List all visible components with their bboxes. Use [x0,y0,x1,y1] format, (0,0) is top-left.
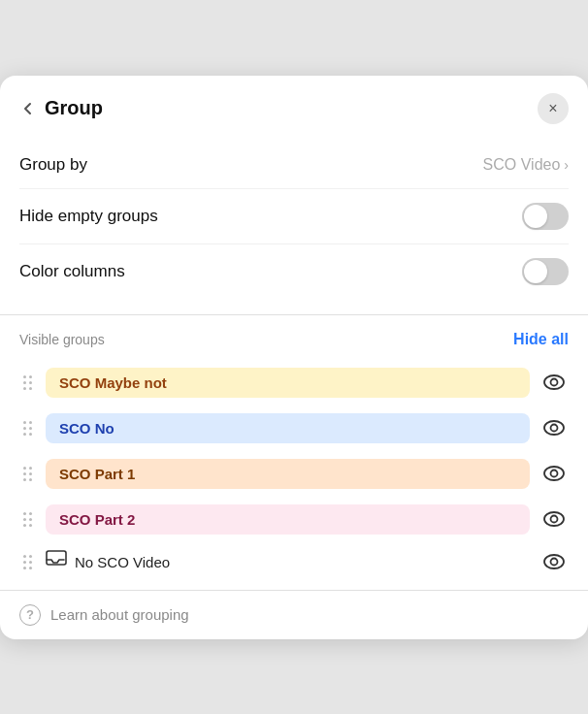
group-by-label: Group by [19,155,87,175]
group-label-no-video: No SCO Video [46,550,530,574]
visible-groups-label: Visible groups [19,332,105,347]
group-panel: Group × Group by SCO Video › Hide empty … [0,76,588,639]
svg-point-9 [544,555,564,568]
list-item: SCO No [19,406,569,451]
hide-all-button[interactable]: Hide all [513,331,569,348]
list-item: SCO Maybe not [19,360,569,406]
group-by-value[interactable]: SCO Video › [483,156,569,174]
visibility-toggle-part2[interactable] [539,507,569,531]
visibility-toggle-no[interactable] [539,416,569,439]
settings-section: Group by SCO Video › Hide empty groups C… [0,138,588,314]
color-columns-row: Color columns [19,243,569,299]
eye-icon [543,466,565,481]
svg-point-7 [551,516,558,523]
visible-groups-section: Visible groups Hide all SCO Maybe not [0,315,588,590]
drag-handle[interactable] [19,553,36,571]
hide-empty-row: Hide empty groups [19,188,569,243]
close-icon: × [548,100,557,117]
eye-icon [543,511,565,527]
group-badge-part2: SCO Part 2 [46,504,530,535]
group-badge-maybe-not: SCO Maybe not [46,368,530,398]
eye-icon [543,374,565,390]
svg-point-3 [551,425,558,432]
panel-footer: ? Learn about grouping [0,590,588,639]
list-item: SCO Part 2 [19,497,569,542]
group-badge-part1: SCO Part 1 [46,459,530,489]
svg-point-2 [544,421,564,435]
inbox-icon [46,550,67,574]
visibility-toggle-part1[interactable] [539,462,569,485]
drag-handle[interactable] [19,465,36,483]
panel-header: Group × [0,76,588,138]
svg-point-6 [544,512,564,526]
learn-grouping-link[interactable]: Learn about grouping [50,606,189,623]
eye-icon [543,420,565,436]
panel-title: Group [45,97,538,119]
svg-point-0 [544,375,564,389]
close-button[interactable]: × [538,93,569,124]
visibility-toggle-maybe-not[interactable] [539,371,569,394]
list-item: SCO Part 1 [19,451,569,497]
help-icon[interactable]: ? [19,604,41,626]
color-columns-toggle[interactable] [522,258,569,285]
svg-point-1 [551,379,558,386]
hide-empty-toggle[interactable] [522,203,569,230]
group-badge-no: SCO No [46,413,530,443]
hide-empty-label: Hide empty groups [19,207,158,226]
groups-header: Visible groups Hide all [19,331,569,348]
group-by-row[interactable]: Group by SCO Video › [19,142,569,188]
back-button[interactable] [19,96,45,121]
color-columns-label: Color columns [19,262,125,281]
svg-point-4 [544,467,564,480]
eye-icon [543,554,565,569]
drag-handle[interactable] [19,510,36,529]
drag-handle[interactable] [19,419,36,438]
drag-handle[interactable] [19,373,36,392]
group-by-value-text: SCO Video [483,156,561,174]
visibility-toggle-no-video[interactable] [539,550,569,573]
list-item: No SCO Video [19,542,569,582]
chevron-right-icon: › [564,157,569,173]
svg-point-10 [551,559,558,566]
svg-point-5 [551,471,558,477]
